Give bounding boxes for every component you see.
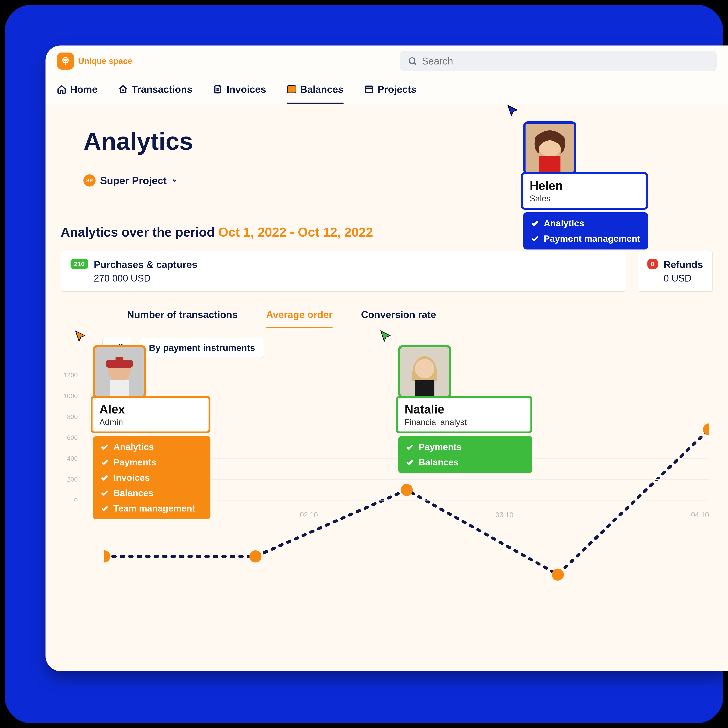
svg-point-1 (64, 59, 66, 61)
svg-rect-12 (539, 156, 561, 172)
balances-icon (287, 85, 296, 93)
metric-value: 0 USD (664, 273, 703, 284)
user-permissions: Analytics Payments Invoices Balances Tea… (93, 436, 210, 519)
svg-rect-20 (415, 380, 434, 396)
main-nav: Home Transactions Invoices Balances Proj… (46, 77, 728, 104)
invoices-icon (213, 84, 223, 94)
project-name: Super Project (100, 174, 167, 187)
user-name-card: Natalie Financial analyst (396, 396, 532, 433)
subtab-conversion[interactable]: Conversion rate (361, 307, 436, 328)
chart-y-tick: 0 (57, 497, 78, 504)
svg-rect-16 (116, 357, 124, 362)
svg-rect-17 (110, 380, 129, 396)
user-card-natalie: Natalie Financial analyst Payments Balan… (398, 345, 532, 473)
user-role: Financial analyst (405, 418, 524, 427)
permission-item: Balances (101, 488, 203, 498)
subtabs: Number of transactions Average order Con… (46, 307, 728, 328)
chart-y-tick: 800 (57, 413, 78, 421)
svg-point-9 (703, 423, 709, 436)
user-role: Admin (99, 418, 202, 427)
permission-item: Team management (101, 503, 203, 514)
nav-transactions-label: Transactions (132, 84, 193, 95)
chart-y-tick: 1200 (57, 372, 78, 379)
svg-point-6 (249, 551, 262, 563)
search-icon (408, 56, 417, 66)
metric-card-purchases: 210 Purchases & captures 270 000 USD (61, 251, 626, 292)
brand: Unique space (57, 52, 132, 70)
permission-item: Analytics (101, 442, 203, 452)
nav-invoices[interactable]: Invoices (213, 84, 266, 104)
permission-item: Balances (406, 457, 525, 468)
search-input[interactable] (422, 55, 709, 67)
period-prefix: Analytics over the period (61, 225, 218, 239)
permission-item: Invoices (101, 473, 203, 483)
metric-card-refunds: 0 Refunds 0 USD (638, 251, 713, 292)
topbar: Unique space (46, 46, 728, 77)
nav-balances-label: Balances (300, 84, 343, 95)
chart-y-tick: 400 (57, 455, 78, 462)
svg-point-2 (409, 58, 415, 64)
projects-icon (364, 84, 374, 94)
chart-x-tick: 03.10 (496, 511, 513, 519)
metric-badge: 210 (70, 259, 88, 269)
metric-title: Purchases & captures (94, 259, 197, 270)
avatar (398, 345, 451, 398)
chart-y-tick: 1000 (57, 392, 78, 400)
nav-projects[interactable]: Projects (364, 84, 416, 104)
permission-item: Payment management (531, 233, 641, 244)
cursor-icon (74, 330, 87, 344)
subtab-transactions[interactable]: Number of transactions (127, 307, 238, 328)
metrics-row: 210 Purchases & captures 270 000 USD 0 R… (46, 251, 728, 307)
cursor-icon (506, 104, 520, 118)
nav-transactions[interactable]: Transactions (118, 84, 193, 104)
subtab-average-order[interactable]: Average order (266, 307, 333, 328)
chart-y-tick: 600 (57, 434, 78, 441)
project-badge: SP (83, 174, 96, 187)
chart-x-tick: 04.10 (691, 511, 709, 519)
search-box[interactable] (400, 51, 717, 71)
nav-projects-label: Projects (378, 84, 416, 95)
user-role: Sales (530, 194, 639, 203)
svg-rect-4 (366, 86, 373, 92)
permission-item: Payments (406, 442, 525, 452)
metric-title: Refunds (664, 259, 703, 270)
nav-home[interactable]: Home (57, 84, 98, 104)
chart-x-tick: 02.10 (300, 511, 318, 519)
metric-value: 270 000 USD (94, 273, 197, 284)
user-card-helen: Helen Sales Analytics Payment management (523, 121, 648, 249)
period-range: Oct 1, 2022 - Oct 12, 2022 (218, 225, 373, 239)
permission-item: Payments (101, 457, 203, 468)
user-permissions: Payments Balances (398, 436, 532, 473)
permission-item: Analytics (531, 218, 641, 228)
chevron-down-icon (171, 177, 178, 184)
user-card-alex: Alex Admin Analytics Payments Invoices B… (93, 345, 210, 519)
cursor-icon (379, 330, 393, 344)
avatar (93, 345, 146, 398)
svg-point-7 (401, 484, 413, 496)
user-name: Alex (99, 402, 202, 416)
avatar (523, 121, 577, 174)
brand-name: Unique space (78, 56, 132, 66)
brand-logo-icon (57, 52, 74, 70)
svg-point-19 (415, 359, 434, 378)
nav-invoices-label: Invoices (226, 84, 266, 95)
metric-badge: 0 (647, 259, 658, 269)
home-icon (57, 84, 66, 94)
user-name-card: Alex Admin (90, 396, 210, 433)
user-name: Natalie (405, 402, 524, 416)
user-permissions: Analytics Payment management (523, 213, 648, 249)
chart-y-tick: 200 (57, 476, 78, 483)
user-name: Helen (530, 179, 639, 193)
nav-balances[interactable]: Balances (287, 84, 343, 104)
svg-point-5 (104, 551, 110, 563)
user-name-card: Helen Sales (521, 172, 648, 210)
svg-point-8 (552, 569, 564, 581)
nav-home-label: Home (70, 84, 98, 95)
transactions-icon (118, 84, 128, 94)
